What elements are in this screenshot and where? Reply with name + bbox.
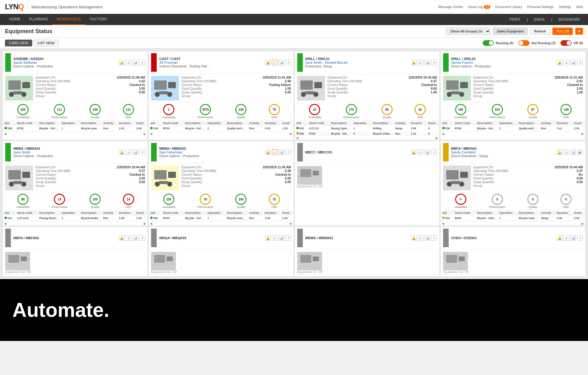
alert-icon-mbba-mbba01[interactable]: ⚠ — [126, 149, 131, 155]
eq-operator-mbfa-mbfa01[interactable]: Sandy Cornfield — [451, 150, 554, 154]
scroll-right-mbba-mbba02[interactable]: ▶ — [290, 222, 292, 225]
list-view-button[interactable]: LIST VIEW — [33, 40, 58, 46]
bell-icon-drill-dril01[interactable]: 🔔 — [411, 60, 416, 65]
chart-icon-drill-dril01[interactable]: 📊 — [425, 60, 430, 65]
scroll-left-cast-cast[interactable]: ◀ — [150, 132, 152, 136]
scroll-right-drill-dril01[interactable]: ▶ — [436, 136, 438, 140]
bell-icon-mbwa-mbwa01[interactable]: 🔔 — [411, 235, 416, 241]
eq-operator-cast-cast[interactable]: Jill Freeman — [159, 61, 262, 64]
nav-bookmark[interactable]: BOOKMARK — [555, 14, 583, 25]
group-select[interactable]: (Show All Groups) 16 — [446, 28, 490, 35]
chart-icon-mbqa-mbqa01[interactable]: 📊 — [279, 235, 284, 241]
card-view-button[interactable]: CARD VIEW — [5, 40, 32, 46]
expand-icon-mbwa-mbwa01[interactable]: ↗ — [431, 235, 437, 241]
nav-planning[interactable]: PLANNING — [25, 14, 52, 25]
chart-icon-drill-dril02[interactable]: 📊 — [570, 60, 576, 65]
alert-icon-mbfa-mbfa01[interactable]: ⚠ — [564, 149, 569, 155]
bell-icon-assemb-asse01[interactable]: 🔔 — [119, 60, 124, 65]
col-op-desc: Description — [518, 121, 539, 126]
alert-icon-oven-oven01[interactable]: ⚠ — [564, 235, 569, 241]
chart-icon-mbwa-mbwa01[interactable]: 📊 — [425, 235, 430, 241]
detail-label: Scrap Quantity: — [473, 180, 495, 184]
chart-icon-cast-cast[interactable]: 📊 — [279, 60, 284, 65]
alert-icon-mbqa-mbqa01[interactable]: ⚠ — [272, 235, 277, 241]
nav-email[interactable]: EMAIL — [531, 14, 548, 25]
alert-icon-cast-cast[interactable]: ⚠ — [272, 60, 277, 65]
bell-icon-mbfa-mbfa02[interactable]: 🔔 — [119, 235, 124, 241]
alert-icon-mbba-mbba02[interactable]: ⚠ — [272, 149, 277, 155]
chart-icon-mbba-mbba01[interactable]: 📊 — [133, 149, 138, 155]
chart-icon-mbba-mbba02[interactable]: 📊 — [279, 149, 284, 155]
scroll-right-assemb-asse01[interactable]: ▶ — [144, 132, 146, 136]
bell-icon-mbba-mbba01[interactable]: 🔔 — [119, 149, 124, 155]
issue-log-link[interactable]: Issue Log 13 — [468, 5, 490, 9]
bell-icon-mbba-mbba02[interactable]: 🔔 — [265, 149, 271, 155]
detail-row: Operating Time (HH:MM):3:37 — [36, 169, 145, 173]
expand-icon-mbba-mbba02[interactable]: ↗ — [285, 149, 291, 155]
bell-icon-mbcc-mbcc01[interactable]: 🔔 — [411, 149, 416, 155]
expand-icon-mbba-mbba01[interactable]: ↗ — [139, 149, 145, 155]
alert-icon-mbwa-mbwa01[interactable]: ⚠ — [418, 235, 423, 241]
scroll-left-mbba-mbba02[interactable]: ◀ — [150, 222, 152, 225]
expand-icon-drill-dril01[interactable]: ↗ — [431, 60, 437, 65]
nav-home[interactable]: HOME — [5, 14, 25, 25]
scroll-left-mbfa-mbfa01[interactable]: ◀ — [442, 222, 444, 225]
chart-icon-oven-oven01[interactable]: 📊 — [570, 235, 576, 241]
chart-icon-mbfa-mbfa01[interactable]: 📊 — [570, 149, 576, 155]
turn-off-button[interactable]: Turn Off — [552, 28, 573, 35]
turn-off-dropdown-arrow[interactable]: ▼ — [575, 28, 583, 35]
scroll-right-mbfa-mbfa01[interactable]: ▶ — [581, 222, 584, 225]
scroll-left-assemb-asse01[interactable]: ◀ — [4, 132, 7, 136]
scroll-left-drill-dril02[interactable]: ◀ — [442, 132, 444, 136]
metric-circle-2-mbfa-mbfa01: 0 — [527, 194, 538, 205]
alert-icon-mbfa-mbfa02[interactable]: ⚠ — [126, 235, 131, 241]
scroll-left-drill-dril01[interactable]: ◀ — [296, 136, 298, 140]
eq-operator-mbba-mbba01[interactable]: Jane Smith — [13, 150, 116, 154]
nav-factory[interactable]: FACTORY — [86, 14, 112, 25]
refresh-button[interactable]: Refresh — [530, 28, 550, 35]
off-toggle-switch[interactable] — [560, 40, 572, 46]
scroll-right-mbba-mbba01[interactable]: ▶ — [144, 222, 146, 225]
not-running-toggle-switch[interactable] — [518, 40, 529, 46]
alert-icon-mbcc-mbcc01[interactable]: ⚠ — [418, 149, 423, 155]
col-desc: Description — [38, 211, 60, 215]
message-center-link[interactable]: Message Center — [438, 5, 463, 9]
alert-icon-drill-dril02[interactable]: ⚠ — [564, 60, 569, 65]
eq-operator-drill-dril01[interactable]: Jane Smith , Donald McLain — [305, 61, 408, 64]
expand-icon-drill-dril02[interactable]: ↗ — [577, 60, 583, 65]
metric-circle-2-drill-dril01: 90 — [381, 104, 393, 115]
scroll-left-mbba-mbba01[interactable]: ◀ — [4, 222, 7, 225]
detail-value: 9.00 — [577, 177, 583, 180]
alert-icon-assemb-asse01[interactable]: ⚠ — [126, 60, 131, 65]
select-equipment-button[interactable]: Select Equipment — [493, 28, 528, 35]
expand-icon-assemb-asse01[interactable]: ↗ — [139, 60, 145, 65]
alert-icon-drill-dril01[interactable]: ⚠ — [418, 60, 423, 65]
nav-workforce[interactable]: WORKFORCE — [52, 14, 85, 25]
nav-left: HOME PLANNING WORKFORCE FACTORY — [5, 14, 112, 25]
chart-icon-mbfa-mbfa02[interactable]: 📊 — [133, 235, 138, 241]
eq-operator-drill-dril02[interactable]: James Francis — [451, 61, 554, 64]
personal-settings-link[interactable]: Personal Settings — [527, 5, 554, 9]
eq-operator-assemb-asse01[interactable]: Jacob Stottman — [13, 61, 116, 64]
expand-icon-oven-oven01[interactable]: ↗ — [577, 235, 583, 241]
scroll-right-drill-dril02[interactable]: ▶ — [581, 132, 584, 136]
eq-operator-mbba-mbba02[interactable]: Dan Fisherman — [159, 150, 262, 154]
chart-icon-assemb-asse01[interactable]: 📊 — [133, 60, 138, 65]
running-toggle-switch[interactable] — [483, 40, 494, 46]
expand-icon-mbfa-mbfa02[interactable]: ↗ — [139, 235, 145, 241]
expand-icon-mbqa-mbqa01[interactable]: ↗ — [285, 235, 291, 241]
bell-icon-cast-cast[interactable]: 🔔 — [265, 60, 271, 65]
bell-icon-drill-dril02[interactable]: 🔔 — [557, 60, 562, 65]
bell-icon-mbqa-mbqa01[interactable]: 🔔 — [265, 235, 271, 241]
document-library-link[interactable]: Document Library — [495, 5, 522, 9]
expand-icon-cast-cast[interactable]: ↗ — [285, 60, 291, 65]
settings-link[interactable]: Settings — [559, 5, 571, 9]
help-link[interactable]: Help — [576, 5, 583, 9]
bell-icon-oven-oven01[interactable]: 🔔 — [557, 235, 562, 241]
expand-icon-mbfa-mbfa01[interactable]: 🔊 — [577, 149, 583, 155]
scroll-right-cast-cast[interactable]: ▶ — [290, 132, 292, 136]
nav-print[interactable]: PRINT — [506, 14, 524, 25]
bell-icon-mbfa-mbfa01[interactable]: 🔔 — [557, 149, 562, 155]
expand-icon-mbcc-mbcc01[interactable]: ↗ — [431, 149, 437, 155]
chart-icon-mbcc-mbcc01[interactable]: 📊 — [425, 149, 430, 155]
